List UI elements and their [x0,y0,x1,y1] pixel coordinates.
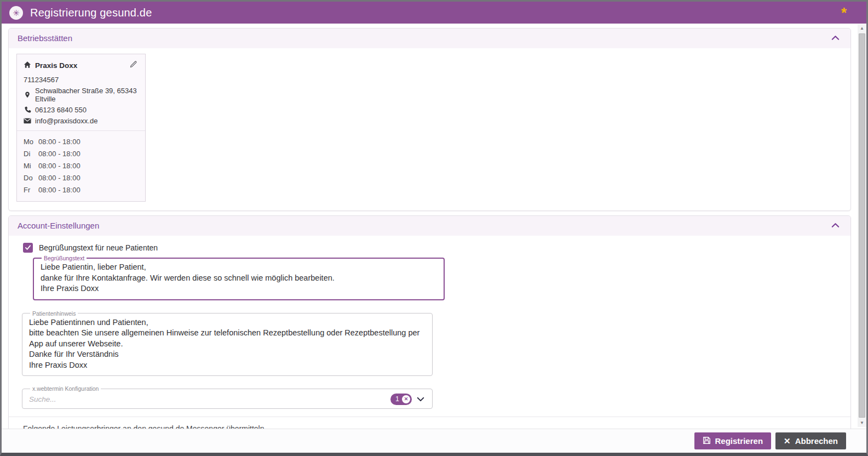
location-pin-icon [24,91,31,99]
practice-email-row: info@praxisdoxx.de [24,117,139,125]
patient-note-textarea[interactable]: Liebe Patientinnen und Patienten, bitte … [29,317,426,371]
hour-day: Do [24,174,38,182]
hour-time: 08:00 - 18:00 [38,186,81,194]
hour-time: 08:00 - 18:00 [38,150,81,158]
close-icon: ✕ [784,436,791,446]
home-icon [24,61,31,70]
betriebsstaetten-header[interactable]: Betriebsstätten [9,29,850,48]
account-body: Begrüßungstext für neue Patienten Begrüß… [9,236,850,456]
practice-address-row: Schwalbacher Straße 39, 65343 Eltville [24,87,139,103]
selection-count: 1 [395,395,399,403]
practice-number-row: 711234567 [24,76,139,84]
webtermin-search-input[interactable]: Suche... [29,395,390,403]
betriebsstaetten-title: Betriebsstätten [18,33,72,43]
hour-day: Fr [24,186,38,194]
unsaved-changes-indicator: * [841,5,847,20]
cancel-button-label: Abbrechen [795,436,838,446]
section-betriebsstaetten: Betriebsstätten Praxis Doxx [8,28,851,211]
patient-note-field: Patientenhinweis Liebe Patientinnen und … [22,310,433,377]
edit-practice-button[interactable] [128,59,139,71]
practice-email: info@praxisdoxx.de [35,117,97,125]
phone-icon [24,106,31,113]
hour-time: 08:00 - 18:00 [38,138,81,146]
registration-dialog-window: ✳ Registrierung gesund.de * Betriebsstät… [0,0,868,456]
hour-day: Di [24,150,38,158]
webtermin-dropdown-button[interactable] [416,394,426,404]
account-header[interactable]: Account-Einstellungen [9,216,850,236]
webtermin-config-label: x.webtermin Konfiguration [30,385,101,392]
opening-hours-row: Di 08:00 - 18:00 [24,147,139,159]
checkmark-icon [25,243,31,253]
scroll-up-arrow-icon[interactable]: ▲ [858,24,866,32]
greeting-checkbox[interactable] [23,243,33,253]
opening-hours-row: Fr 08:00 - 18:00 [24,184,139,196]
opening-hours-row: Mi 08:00 - 18:00 [24,159,139,172]
hour-day: Mi [24,162,38,170]
practice-phone: 06123 6840 550 [35,106,87,114]
greeting-text-label: Begrüßungstext [42,255,87,261]
register-button-label: Registrieren [715,436,763,446]
remove-selection-icon[interactable]: ✕ [402,395,410,403]
opening-hours: Mo 08:00 - 18:00 Di 08:00 - 18:00 Mi 08:… [17,130,145,198]
betriebsstaetten-body: Praxis Doxx 711234567 [9,48,850,210]
hour-day: Mo [24,138,38,146]
practice-card: Praxis Doxx 711234567 [16,54,146,202]
hour-time: 08:00 - 18:00 [38,174,81,182]
register-button[interactable]: Registrieren [694,432,772,449]
selection-count-badge[interactable]: 1 ✕ [390,394,412,405]
opening-hours-row: Do 08:00 - 18:00 [24,172,139,184]
scroll-down-arrow-icon[interactable]: ▼ [858,419,866,427]
cancel-button[interactable]: ✕ Abbrechen [775,432,846,449]
opening-hours-row: Mo 08:00 - 18:00 [24,135,139,147]
greeting-checkbox-label: Begrüßungstext für neue Patienten [39,243,158,252]
section-account-einstellungen: Account-Einstellungen Begrüßungstext für… [8,215,851,456]
dialog-footer: Registrieren ✕ Abbrechen [2,429,866,453]
window-title: Registrierung gesund.de [30,7,152,19]
practice-number: 711234567 [24,76,59,84]
greeting-text-field: Begrüßungstext Liebe Patientin, lieber P… [33,255,445,300]
chevron-up-icon [831,34,840,42]
divider [9,417,850,417]
account-title: Account-Einstellungen [18,221,99,230]
mail-icon [24,118,31,124]
dialog-content: Betriebsstätten Praxis Doxx [2,24,866,456]
chevron-down-icon [417,395,424,403]
save-icon [703,436,711,446]
gesund-de-logo-icon: ✳ [9,6,23,20]
greeting-checkbox-row: Begrüßungstext für neue Patienten [23,243,843,253]
betriebsstaetten-collapse-button[interactable] [829,33,842,43]
account-collapse-button[interactable] [829,220,842,231]
scrollbar-thumb[interactable] [859,33,865,418]
practice-phone-row: 06123 6840 550 [24,106,139,114]
webtermin-config-field: x.webtermin Konfiguration Suche... 1 ✕ [22,385,433,409]
hour-time: 08:00 - 18:00 [38,162,81,170]
patient-note-label: Patientenhinweis [30,310,78,317]
chevron-up-icon [831,221,840,230]
titlebar: ✳ Registrierung gesund.de * [2,2,866,24]
pencil-icon [129,60,137,70]
practice-address: Schwalbacher Straße 39, 65343 Eltville [35,87,139,103]
vertical-scrollbar[interactable]: ▲ ▼ [858,24,866,427]
greeting-textarea[interactable]: Liebe Patientin, lieber Patient, danke f… [41,262,437,294]
practice-name: Praxis Doxx [35,61,77,70]
